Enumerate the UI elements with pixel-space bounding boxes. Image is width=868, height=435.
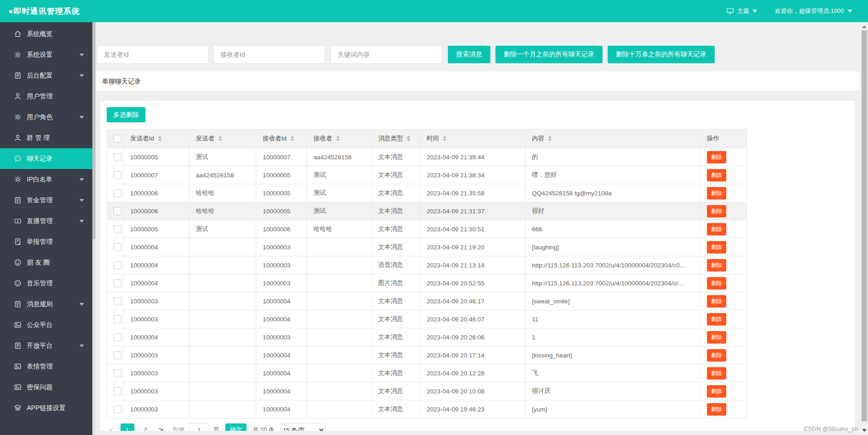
sidebar-item-16[interactable]: 表情管理 bbox=[0, 356, 92, 377]
sort-icon[interactable] bbox=[218, 136, 222, 141]
cell-sender bbox=[189, 382, 256, 400]
sidebar-item-2[interactable]: 后台配置 bbox=[0, 65, 92, 86]
row-checkbox[interactable] bbox=[114, 369, 121, 377]
sort-icon[interactable] bbox=[158, 136, 162, 141]
sidebar-item-6[interactable]: 聊天记录 bbox=[0, 148, 92, 169]
layers-icon bbox=[14, 404, 22, 412]
row-checkbox[interactable] bbox=[114, 243, 121, 251]
row-checkbox[interactable] bbox=[114, 333, 121, 341]
delete-row-button[interactable]: 删除 bbox=[707, 313, 726, 326]
user-menu[interactable]: 欢迎你，超级管理员:1000 bbox=[775, 7, 852, 15]
delete-row-button[interactable]: 删除 bbox=[707, 367, 726, 380]
cell-sender bbox=[189, 328, 256, 346]
row-checkbox[interactable] bbox=[114, 189, 121, 197]
scroll-down-icon[interactable] bbox=[862, 429, 867, 432]
sidebar-item-label: 直播管理 bbox=[27, 217, 53, 225]
cell-sender bbox=[189, 292, 256, 310]
cell-content: [sweat_smile] bbox=[525, 292, 700, 310]
sidebar-item-1[interactable]: 系统设置 bbox=[0, 44, 92, 65]
row-checkbox[interactable] bbox=[114, 207, 121, 215]
row-checkbox[interactable] bbox=[114, 351, 121, 359]
delete-row-button[interactable]: 删除 bbox=[707, 331, 726, 344]
delete-row-button[interactable]: 删除 bbox=[707, 241, 726, 254]
sidebar: 系统概览系统设置后台配置用户管理用户角色群 管 理聊天记录IP白名单资金管理直播… bbox=[0, 22, 92, 435]
sort-icon[interactable] bbox=[407, 136, 410, 141]
sidebar-item-15[interactable]: 开放平台 bbox=[0, 335, 92, 356]
row-checkbox[interactable] bbox=[114, 405, 121, 413]
multi-delete-button[interactable]: 多选删除 bbox=[107, 107, 145, 122]
receiver-id-input[interactable] bbox=[213, 45, 325, 64]
sidebar-item-5[interactable]: 群 管 理 bbox=[0, 127, 92, 148]
sort-icon[interactable] bbox=[290, 136, 294, 141]
sidebar-item-8[interactable]: 资金管理 bbox=[0, 190, 92, 211]
delete-row-button[interactable]: 删除 bbox=[707, 151, 726, 163]
column-header-7: 操作 bbox=[700, 129, 747, 148]
page-scrollbar-thumb[interactable] bbox=[862, 30, 867, 421]
sort-icon[interactable] bbox=[336, 136, 340, 141]
delete-row-button[interactable]: 删除 bbox=[707, 277, 726, 290]
row-checkbox[interactable] bbox=[114, 297, 121, 305]
row-checkbox[interactable] bbox=[114, 315, 121, 323]
delete-row-button[interactable]: 删除 bbox=[707, 169, 726, 181]
sidebar-item-12[interactable]: 音乐管理 bbox=[0, 273, 92, 294]
cell-receiver-id: 10000007 bbox=[256, 148, 307, 166]
smile-icon bbox=[14, 259, 22, 266]
row-checkbox[interactable] bbox=[114, 387, 121, 395]
sender-id-input[interactable] bbox=[97, 45, 209, 64]
sidebar-item-14[interactable]: 公众平台 bbox=[0, 314, 92, 335]
cell-receiver-id: 10000004 bbox=[256, 310, 307, 328]
page-scrollbar[interactable] bbox=[861, 22, 868, 435]
row-checkbox[interactable] bbox=[114, 171, 121, 179]
cell-receiver bbox=[307, 310, 372, 328]
select-all-checkbox[interactable] bbox=[114, 135, 121, 143]
delete-row-button[interactable]: 删除 bbox=[707, 259, 726, 272]
page-number-1[interactable]: 1 bbox=[121, 423, 134, 431]
prev-page-button[interactable]: < bbox=[107, 426, 116, 431]
delete-row-button[interactable]: 删除 bbox=[707, 385, 726, 398]
sidebar-item-10[interactable]: 举报管理 bbox=[0, 231, 92, 252]
delete-row-button[interactable]: 删除 bbox=[707, 205, 726, 218]
delete-row-button[interactable]: 删除 bbox=[707, 403, 726, 416]
cell-type: 语音消息 bbox=[372, 256, 420, 274]
delete-month-button[interactable]: 删除一个月之前的所有聊天记录 bbox=[495, 46, 603, 63]
sidebar-item-9[interactable]: 直播管理 bbox=[0, 211, 92, 231]
sidebar-scrollbar-thumb[interactable] bbox=[92, 22, 96, 239]
sidebar-item-17[interactable]: 密保问题 bbox=[0, 377, 92, 398]
cell-content: 666 bbox=[525, 220, 700, 238]
sidebar-item-label: 系统设置 bbox=[27, 51, 53, 59]
theme-menu[interactable]: 主题 bbox=[726, 7, 757, 15]
row-checkbox[interactable] bbox=[114, 153, 121, 161]
keyword-input[interactable] bbox=[331, 45, 442, 64]
delete-row-button[interactable]: 删除 bbox=[707, 349, 726, 362]
search-message-button[interactable]: 搜索消息 bbox=[448, 46, 490, 63]
sidebar-item-4[interactable]: 用户角色 bbox=[0, 107, 92, 127]
delete-row-button[interactable]: 删除 bbox=[707, 223, 726, 236]
cell-sender: aa424528158 bbox=[189, 166, 256, 184]
sidebar-item-18[interactable]: APP链接设置 bbox=[0, 398, 92, 418]
page-number-2[interactable]: 2 bbox=[139, 423, 152, 431]
confirm-page-button[interactable]: 确定 bbox=[225, 423, 247, 431]
page-size-select[interactable]: 15 条/页 bbox=[281, 423, 326, 431]
sidebar-item-label: 系统概览 bbox=[27, 30, 53, 38]
sidebar-item-7[interactable]: IP白名单 bbox=[0, 169, 92, 190]
sidebar-item-13[interactable]: 消息规则 bbox=[0, 294, 92, 314]
next-page-button[interactable]: > bbox=[157, 426, 166, 431]
sort-icon[interactable] bbox=[548, 136, 552, 141]
sidebar-item-3[interactable]: 用户管理 bbox=[0, 86, 92, 107]
scroll-up-icon[interactable] bbox=[862, 25, 867, 28]
sidebar-item-11[interactable]: 朋 友 圈 bbox=[0, 252, 92, 273]
chevron-down-icon bbox=[79, 220, 84, 223]
delete-row-button[interactable]: 删除 bbox=[707, 187, 726, 199]
delete-100k-button[interactable]: 删除十万条之前的所有聊天记录 bbox=[608, 46, 715, 63]
delete-row-button[interactable]: 删除 bbox=[707, 295, 726, 308]
row-checkbox[interactable] bbox=[114, 225, 121, 233]
goto-page-input[interactable] bbox=[189, 423, 209, 431]
sidebar-item-0[interactable]: 系统概览 bbox=[0, 24, 92, 44]
sort-icon[interactable] bbox=[443, 136, 446, 141]
row-checkbox[interactable] bbox=[114, 279, 121, 287]
row-checkbox[interactable] bbox=[114, 261, 121, 269]
cell-receiver: 测试 bbox=[307, 166, 372, 184]
sidebar-scrollbar[interactable] bbox=[92, 22, 96, 435]
cell-sender-id: 10000004 bbox=[124, 328, 189, 346]
cell-receiver: 测试 bbox=[307, 184, 372, 202]
